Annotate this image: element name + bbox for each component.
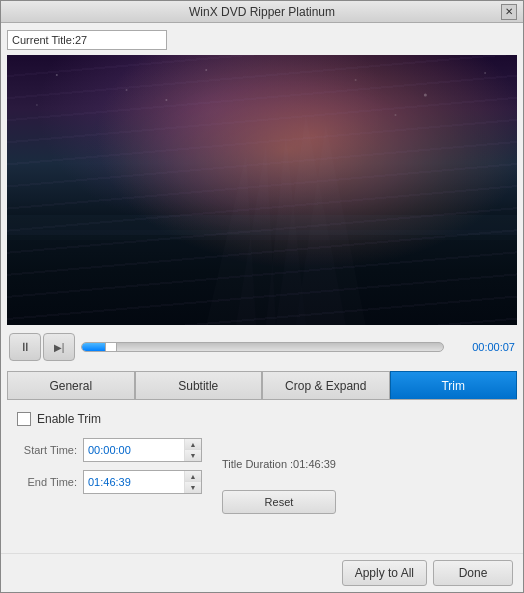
window-content: ⏸ ▶| 00:00:07 General Subtitle Crop & Ex…	[1, 23, 523, 553]
done-button[interactable]: Done	[433, 560, 513, 586]
title-selector-row	[7, 29, 517, 51]
progress-thumb[interactable]	[105, 342, 117, 352]
svg-point-11	[355, 79, 357, 81]
start-time-spinners: ▲ ▼	[184, 439, 201, 461]
enable-trim-label: Enable Trim	[37, 412, 101, 426]
trim-panel: Enable Trim Start Time: ▲ ▼	[7, 404, 517, 547]
controls-bar: ⏸ ▶| 00:00:07	[7, 329, 517, 365]
current-title-input[interactable]	[7, 30, 167, 50]
close-button[interactable]: ✕	[501, 4, 517, 20]
playback-buttons: ⏸ ▶|	[9, 333, 75, 361]
svg-point-15	[165, 99, 167, 101]
start-time-down-button[interactable]: ▼	[185, 450, 201, 461]
forward-icon: ▶|	[54, 342, 65, 353]
window-title: WinX DVD Ripper Platinum	[23, 5, 501, 19]
apply-all-button[interactable]: Apply to All	[342, 560, 427, 586]
svg-point-12	[424, 94, 427, 97]
time-fields: Start Time: ▲ ▼ End Time:	[17, 438, 202, 494]
svg-point-9	[126, 89, 128, 91]
reset-button[interactable]: Reset	[222, 490, 336, 514]
video-frame	[7, 55, 517, 325]
trim-fields: Start Time: ▲ ▼ End Time:	[17, 438, 507, 514]
trim-right-side: Title Duration :01:46:39 Reset	[222, 438, 336, 514]
end-time-row: End Time: ▲ ▼	[17, 470, 202, 494]
start-time-up-button[interactable]: ▲	[185, 439, 201, 450]
duration-label: Title Duration :01:46:39	[222, 458, 336, 470]
title-bar: WinX DVD Ripper Platinum ✕	[1, 1, 523, 23]
svg-point-14	[36, 104, 38, 106]
pause-button[interactable]: ⏸	[9, 333, 41, 361]
svg-point-16	[394, 114, 396, 116]
tab-subtitle[interactable]: Subtitle	[135, 371, 263, 399]
main-window: WinX DVD Ripper Platinum ✕	[0, 0, 524, 593]
start-time-row: Start Time: ▲ ▼	[17, 438, 202, 462]
progress-bar[interactable]	[81, 342, 444, 352]
svg-point-8	[56, 74, 58, 76]
time-display: 00:00:07	[450, 341, 515, 353]
svg-point-13	[484, 72, 486, 74]
tab-crop-expand[interactable]: Crop & Expand	[262, 371, 390, 399]
svg-rect-7	[7, 230, 517, 240]
end-time-label: End Time:	[17, 476, 77, 488]
video-preview	[7, 55, 517, 325]
bottom-bar: Apply to All Done	[1, 553, 523, 592]
enable-trim-row: Enable Trim	[17, 412, 507, 426]
forward-button[interactable]: ▶|	[43, 333, 75, 361]
end-time-down-button[interactable]: ▼	[185, 482, 201, 493]
tab-trim[interactable]: Trim	[390, 371, 518, 399]
end-time-spinners: ▲ ▼	[184, 471, 201, 493]
enable-trim-checkbox[interactable]	[17, 412, 31, 426]
tabs-bar: General Subtitle Crop & Expand Trim	[7, 371, 517, 400]
start-time-input-group: ▲ ▼	[83, 438, 202, 462]
end-time-up-button[interactable]: ▲	[185, 471, 201, 482]
end-time-input-group: ▲ ▼	[83, 470, 202, 494]
start-time-label: Start Time:	[17, 444, 77, 456]
end-time-input[interactable]	[84, 471, 184, 493]
start-time-input[interactable]	[84, 439, 184, 461]
tab-general[interactable]: General	[7, 371, 135, 399]
svg-point-10	[205, 69, 207, 71]
pause-icon: ⏸	[19, 340, 31, 354]
